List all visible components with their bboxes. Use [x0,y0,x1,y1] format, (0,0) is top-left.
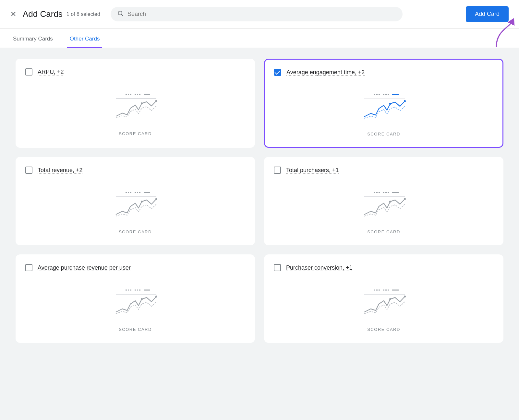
svg-point-14 [404,100,406,102]
card-avg-engagement[interactable]: Average engagement time, +2 SCORE CARD [264,59,503,148]
checkbox-avg-engagement[interactable] [274,69,281,76]
card-avg-purchase-revenue[interactable]: Average purchase revenue per user SCORE … [16,254,255,343]
score-card-label-avg-engagement: SCORE CARD [367,132,400,136]
score-card-label-avg-purchase-revenue: SCORE CARD [119,327,152,332]
checkbox-avg-purchase-revenue[interactable] [25,264,32,271]
svg-point-32 [155,296,157,298]
svg-point-8 [155,100,157,102]
card-total-revenue[interactable]: Total revenue, +2 SCORE CARD [16,157,255,245]
card-header-arpu: ARPU, +2 [25,68,245,76]
svg-point-19 [141,201,143,203]
card-title-arpu: ARPU, +2 [38,69,64,76]
chart-total-revenue [103,185,168,224]
card-header-total-purchasers: Total purchasers, +1 [274,167,494,174]
card-header-purchaser-conversion: Purchaser conversion, +1 [274,264,494,271]
card-title-purchaser-conversion: Purchaser conversion, +1 [286,264,353,271]
chart-area-total-purchasers: SCORE CARD [274,181,494,237]
chart-total-purchasers [351,185,416,224]
score-card-label-arpu: SCORE CARD [119,131,152,136]
svg-point-26 [404,198,406,200]
score-card-label-total-purchasers: SCORE CARD [367,229,400,234]
chart-area-avg-purchase-revenue: SCORE CARD [25,279,245,334]
svg-point-7 [141,102,143,104]
add-card-button[interactable]: Add Card [466,6,509,22]
svg-line-1 [122,15,123,16]
card-header-avg-purchase-revenue: Average purchase revenue per user [25,264,245,271]
chart-area-purchaser-conversion: SCORE CARD [274,279,494,334]
search-input[interactable] [127,11,396,18]
svg-point-31 [141,298,143,300]
tabs-bar: Summary Cards Other Cards [0,29,519,48]
score-card-label-purchaser-conversion: SCORE CARD [367,327,400,332]
chart-area-total-revenue: SCORE CARD [25,181,245,237]
card-header-total-revenue: Total revenue, +2 [25,167,245,174]
svg-point-25 [389,201,391,203]
svg-point-38 [404,296,406,298]
search-bar [111,7,403,21]
chart-area-avg-engagement: SCORE CARD [274,84,493,139]
card-title-avg-purchase-revenue: Average purchase revenue per user [38,264,131,271]
header: ✕ Add Cards 1 of 8 selected Add Card [0,0,519,29]
chart-area-arpu: SCORE CARD [25,83,245,139]
card-arpu[interactable]: ARPU, +2 SCORE CARD [16,59,255,148]
card-total-purchasers[interactable]: Total purchasers, +1 SCORE CARD [264,157,503,245]
svg-point-13 [389,103,391,105]
cards-grid: ARPU, +2 SCORE CARD Average eng [0,48,519,353]
selection-count: 1 of 8 selected [66,11,100,17]
card-title-avg-engagement: Average engagement time, +2 [286,69,365,76]
search-icon [117,10,124,18]
score-card-label-total-revenue: SCORE CARD [119,229,152,234]
checkbox-total-revenue[interactable] [25,167,32,174]
card-title-total-purchasers: Total purchasers, +1 [286,167,339,174]
chart-arpu [103,87,168,126]
chart-avg-engagement [351,88,416,126]
checkbox-purchaser-conversion[interactable] [274,264,281,271]
checkbox-total-purchasers[interactable] [274,167,281,174]
checkbox-arpu[interactable] [25,68,32,76]
card-header-avg-engagement: Average engagement time, +2 [274,69,493,76]
chart-avg-purchase-revenue [103,283,168,322]
card-purchaser-conversion[interactable]: Purchaser conversion, +1 SCORE CARD [264,254,503,343]
tab-other-cards[interactable]: Other Cards [67,29,103,48]
chart-purchaser-conversion [351,283,416,322]
card-title-total-revenue: Total revenue, +2 [38,167,83,174]
dialog-title: Add Cards [23,9,63,19]
svg-point-20 [155,198,157,200]
svg-point-37 [389,298,391,300]
tab-summary-cards[interactable]: Summary Cards [10,29,55,48]
close-button[interactable]: ✕ [10,11,16,18]
